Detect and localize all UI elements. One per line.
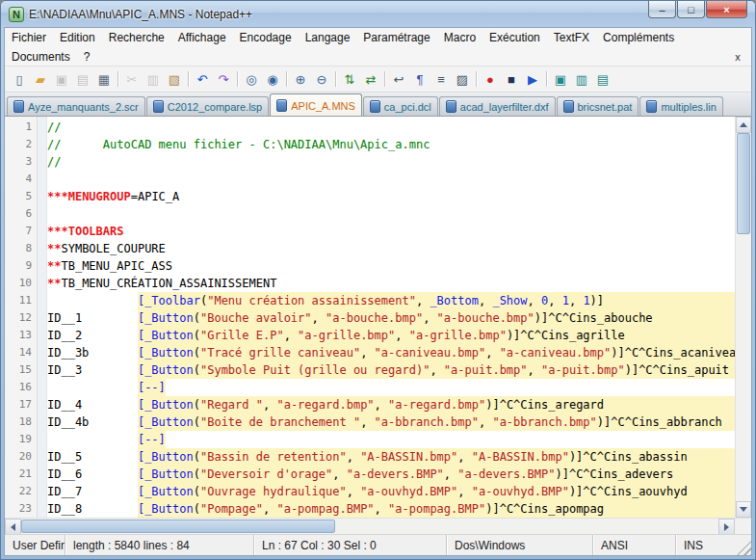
- code-segment: **: [47, 275, 61, 292]
- code-segment: ,: [569, 292, 583, 309]
- indent-guide-button[interactable]: ≡: [430, 68, 452, 90]
- play-macro-button[interactable]: ▶: [522, 68, 543, 90]
- code-area[interactable]: //// AutoCAD menu fichier - C:\NADIAA\Mn…: [47, 117, 735, 518]
- redo-button[interactable]: ↷: [213, 68, 234, 90]
- code-segment: )]: [569, 448, 583, 466]
- zoom-out-button[interactable]: ⊖: [311, 68, 332, 90]
- tab-c2012_compare.lsp[interactable]: C2012_compare.lsp: [146, 96, 269, 116]
- vertical-scroll-thumb[interactable]: [737, 133, 750, 234]
- menu-langage[interactable]: Langage: [299, 29, 357, 46]
- code-segment: [_Toolbar: [138, 292, 200, 309]
- menu-fichier[interactable]: Fichier: [5, 29, 53, 46]
- file-icon: [646, 100, 657, 113]
- undo-button[interactable]: ↶: [192, 68, 213, 90]
- copy-button[interactable]: ▥: [143, 68, 164, 90]
- zoom-in-icon: ⊕: [296, 72, 306, 87]
- document-map-button[interactable]: ▥: [571, 68, 592, 90]
- sync-vertical-button[interactable]: ⇅: [339, 68, 360, 90]
- find-button[interactable]: ◎: [241, 68, 262, 90]
- scroll-down-button[interactable]: [736, 501, 751, 518]
- code-segment: SYMBOLE_COUPURE: [61, 240, 165, 257]
- word-wrap-button[interactable]: ↩: [388, 68, 409, 90]
- menu-affichage[interactable]: Affichage: [171, 29, 233, 46]
- code-segment: "a-grille.bmp": [298, 327, 395, 344]
- code-line: [--]: [47, 379, 735, 396]
- code-segment: ^C^Cins_acaniveau: [625, 344, 735, 361]
- menu-textfx[interactable]: TextFX: [547, 29, 596, 46]
- tab-ayze_manquants_2.scr[interactable]: Ayze_manquants_2.scr: [7, 96, 145, 116]
- menu-help[interactable]: ?: [77, 48, 97, 66]
- menu-excution[interactable]: Exécution: [482, 29, 547, 46]
- new-file-button[interactable]: ▯: [9, 68, 30, 90]
- code-segment: ^C^Cins_aouvhyd: [583, 483, 687, 500]
- line-highlight-fill: [604, 292, 735, 309]
- menubar-row2: Documents?: [5, 48, 96, 66]
- code-segment: )]: [625, 361, 639, 379]
- vertical-scroll-track[interactable]: [736, 133, 751, 501]
- status-cursor-position: Ln : 67 Col : 30 Sel : 0: [253, 535, 446, 555]
- toolbar: ▯▰▣▤▦✂▥▧↶↷◎◉⊕⊖⇅⇄↩¶≡▨●■▶▣▥▤: [5, 67, 751, 93]
- zoom-in-button[interactable]: ⊕: [290, 68, 311, 90]
- menu-paramtrage[interactable]: Paramétrage: [356, 29, 436, 46]
- minimize-button[interactable]: –: [648, 1, 676, 18]
- vertical-scrollbar[interactable]: [735, 117, 751, 518]
- menu-complments[interactable]: Compléments: [596, 29, 681, 46]
- horizontal-scroll-thumb[interactable]: [21, 520, 335, 533]
- editor: 1234567891011121314151617181920212223 //…: [5, 117, 751, 518]
- tab-apic_a.mns[interactable]: APIC_A.MNS: [270, 93, 362, 117]
- paste-button[interactable]: ▧: [164, 68, 185, 90]
- horizontal-scrollbar[interactable]: [5, 519, 735, 534]
- tab-bricsnet.pat[interactable]: bricsnet.pat: [557, 96, 639, 116]
- save-all-icon: ▤: [77, 72, 89, 87]
- menu-recherche[interactable]: Recherche: [102, 29, 171, 46]
- tab-label: acad_layerfilter.dxf: [460, 101, 549, 113]
- toolbar-separator: [384, 71, 385, 87]
- open-folder-button[interactable]: ▰: [30, 68, 51, 90]
- print-button[interactable]: ▦: [93, 68, 115, 90]
- scroll-up-button[interactable]: [736, 117, 751, 133]
- sync-horizontal-button[interactable]: ⇄: [360, 68, 381, 90]
- code-line: **SYMBOLE_COUPURE: [47, 240, 735, 257]
- function-list-icon: ▣: [555, 72, 566, 87]
- scroll-left-button[interactable]: [5, 519, 21, 535]
- line-number: 4: [5, 171, 32, 188]
- code-segment: //: [47, 153, 61, 171]
- save-button[interactable]: ▣: [51, 68, 72, 90]
- menu-macro[interactable]: Macro: [437, 29, 482, 46]
- menu-encodage[interactable]: Encodage: [233, 29, 299, 46]
- code-segment: **: [47, 240, 61, 257]
- user-defined-dialog-button[interactable]: ▨: [452, 68, 473, 90]
- stop-macro-icon: ■: [508, 72, 515, 87]
- show-all-characters-button[interactable]: ¶: [409, 68, 430, 90]
- code-segment: )]: [590, 292, 604, 309]
- maximize-button[interactable]: □: [677, 1, 705, 18]
- new-file-icon: ▯: [15, 72, 22, 87]
- save-all-button[interactable]: ▤: [72, 68, 93, 90]
- code-segment: [_Button: [138, 500, 194, 518]
- code-segment: [_Button: [138, 448, 194, 466]
- menu-documents[interactable]: Documents: [5, 48, 77, 66]
- titlebar[interactable]: E:\NADIAA\Mnu\APIC_A.MNS - Notepad++ – □…: [1, 1, 755, 27]
- menubar-close-button[interactable]: x: [730, 50, 745, 64]
- horizontal-scroll-track[interactable]: [21, 519, 718, 534]
- code-segment: (: [194, 361, 200, 379]
- zoom-out-icon: ⊖: [317, 72, 327, 87]
- scroll-right-button[interactable]: [718, 519, 735, 535]
- code-segment: )]: [485, 500, 499, 518]
- function-list-button[interactable]: ▣: [550, 68, 571, 90]
- code-segment: [_Button: [138, 344, 194, 361]
- document-switcher-button[interactable]: ▤: [592, 68, 613, 90]
- replace-button[interactable]: ◉: [262, 68, 283, 90]
- menu-edition[interactable]: Edition: [53, 29, 102, 46]
- code-segment: "Boite de branchement ": [200, 413, 360, 431]
- tab-multiples.lin[interactable]: multiples.lin: [639, 96, 722, 116]
- close-button[interactable]: ×: [706, 1, 747, 18]
- line-highlight-fill: [604, 500, 735, 518]
- tab-label: bricsnet.pat: [578, 101, 633, 113]
- line-number: 5: [5, 188, 32, 205]
- tab-ca_pci.dcl[interactable]: ca_pci.dcl: [363, 96, 438, 116]
- stop-macro-button[interactable]: ■: [501, 68, 522, 90]
- record-macro-button[interactable]: ●: [480, 68, 501, 90]
- cut-button[interactable]: ✂: [121, 68, 143, 90]
- tab-acad_layerfilter.dxf[interactable]: acad_layerfilter.dxf: [439, 96, 556, 116]
